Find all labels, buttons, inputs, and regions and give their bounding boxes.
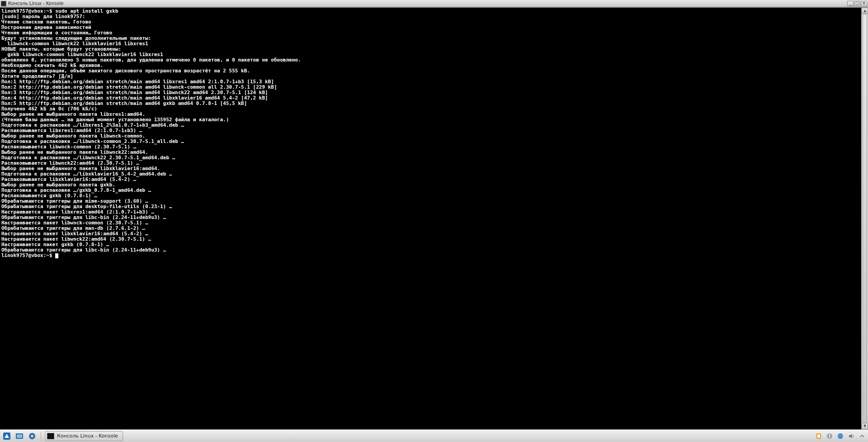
vertical-scrollbar[interactable]: ▲ ▼ [861, 8, 868, 429]
taskbar-separator [41, 432, 41, 441]
svg-rect-8 [829, 434, 830, 437]
system-tray [815, 432, 866, 440]
tray-network-icon[interactable] [836, 432, 844, 440]
window-titlebar: Консоль Linux - Konsole _ ▢ ✕ [0, 0, 868, 7]
tray-clipboard-icon[interactable] [815, 432, 823, 440]
start-menu-icon[interactable] [2, 431, 12, 441]
minimize-button[interactable]: _ [847, 1, 854, 6]
tray-volume-icon[interactable] [847, 432, 855, 440]
scroll-up-arrow[interactable]: ▲ [862, 8, 868, 14]
svg-point-4 [31, 435, 33, 437]
close-button[interactable]: ✕ [861, 1, 867, 6]
svg-rect-9 [829, 437, 830, 438]
quick-launch-icon[interactable] [27, 431, 37, 441]
svg-rect-2 [17, 434, 22, 438]
task-button-label: Консоль Linux - Konsole [57, 433, 118, 439]
terminal-icon [47, 433, 54, 439]
terminal-container: linok9757@vbox:~$ sudo apt install gxkb[… [0, 7, 868, 429]
task-button-konsole[interactable]: Консоль Linux - Konsole [45, 431, 123, 441]
show-desktop-icon[interactable] [14, 431, 24, 441]
scrollbar-thumb[interactable] [863, 14, 867, 423]
window-title: Консоль Linux - Konsole [8, 1, 845, 6]
scroll-down-arrow[interactable]: ▼ [862, 423, 868, 429]
maximize-button[interactable]: ▢ [854, 1, 860, 6]
taskbar: Консоль Linux - Konsole [0, 429, 868, 442]
tray-notification-icon[interactable] [825, 432, 834, 440]
app-icon [1, 1, 6, 6]
tray-expand-icon[interactable] [858, 432, 866, 440]
window-controls: _ ▢ ✕ [847, 1, 867, 6]
svg-point-10 [838, 433, 843, 439]
terminal-output[interactable]: linok9757@vbox:~$ sudo apt install gxkb[… [0, 8, 861, 429]
svg-rect-6 [817, 434, 820, 438]
